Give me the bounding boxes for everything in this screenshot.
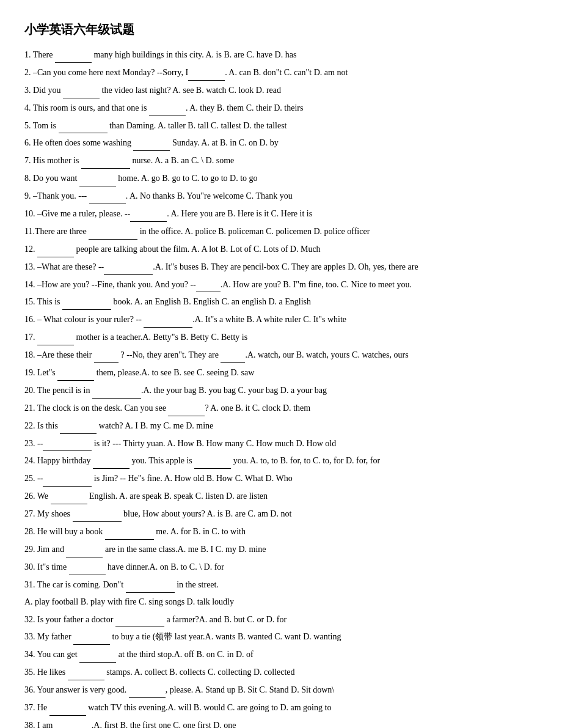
question-item: 16. – What colour is your ruler? -- .A. … bbox=[24, 311, 538, 328]
question-item: 26. We English. A. are speak B. speak C.… bbox=[24, 488, 538, 504]
question-item: 11.There are three in the office. A. pol… bbox=[24, 223, 538, 240]
question-item: 2. –Can you come here next Monday? --Sor… bbox=[24, 64, 538, 81]
answer-blank[interactable] bbox=[168, 400, 205, 416]
question-item: 36. Your answer is very good. , please. … bbox=[24, 682, 538, 698]
question-item: 12. people are talking about the film. A… bbox=[24, 241, 538, 257]
question-item: 17. mother is a teacher.A. Betty"s B. Be… bbox=[24, 329, 538, 345]
answer-blank[interactable] bbox=[149, 100, 186, 116]
answer-blank[interactable] bbox=[43, 470, 92, 487]
answer-blank[interactable] bbox=[92, 382, 141, 399]
answer-blank[interactable] bbox=[196, 276, 221, 293]
question-item: 29. Jim and are in the same class.A. me … bbox=[24, 541, 538, 557]
answer-blank[interactable] bbox=[37, 329, 74, 345]
question-item: 31. The car is coming. Don"t in the stre… bbox=[24, 576, 538, 593]
question-item: A. play football B. play with fire C. si… bbox=[24, 594, 538, 610]
answer-blank[interactable] bbox=[93, 452, 130, 469]
question-item: 10. –Give me a ruler, please. -- . A. He… bbox=[24, 205, 538, 222]
answer-blank[interactable] bbox=[73, 628, 110, 645]
question-item: 13. –What are these? -- .A. It"s buses B… bbox=[24, 259, 538, 275]
answer-blank[interactable] bbox=[55, 717, 92, 728]
answer-blank[interactable] bbox=[105, 523, 154, 540]
answer-blank[interactable] bbox=[194, 452, 231, 469]
question-item: 27. My shoes blue, How about yours? A. i… bbox=[24, 506, 538, 522]
answer-blank[interactable] bbox=[115, 611, 164, 628]
question-item: 25. -- is Jim? -- He"s fine. A. How old … bbox=[24, 470, 538, 487]
answer-blank[interactable] bbox=[43, 435, 92, 452]
question-item: 18. –Are these their ? --No, they aren"t… bbox=[24, 347, 538, 363]
question-item: 28. He will buy a book me. A. for B. in … bbox=[24, 523, 538, 540]
question-item: 30. It"s time have dinner.A. on B. to C.… bbox=[24, 559, 538, 575]
answer-blank[interactable] bbox=[66, 541, 103, 557]
question-item: 3. Did you the video last night? A. see … bbox=[24, 82, 538, 98]
answer-blank[interactable] bbox=[79, 170, 116, 186]
answer-blank[interactable] bbox=[133, 134, 170, 151]
answer-blank[interactable] bbox=[51, 488, 87, 504]
answer-blank[interactable] bbox=[188, 64, 225, 81]
answer-blank[interactable] bbox=[126, 576, 175, 593]
answer-blank[interactable] bbox=[60, 417, 97, 434]
question-item: 4. This room is ours, and that one is . … bbox=[24, 100, 538, 116]
question-item: 21. The clock is on the desk. Can you se… bbox=[24, 400, 538, 416]
answer-blank[interactable] bbox=[49, 699, 86, 716]
answer-blank[interactable] bbox=[68, 664, 104, 680]
answer-blank[interactable] bbox=[89, 188, 126, 204]
question-item: 33. My father to buy a tie (领带 last year… bbox=[24, 628, 538, 645]
question-item: 19. Let"s them, please.A. to see B. see … bbox=[24, 364, 538, 381]
question-item: 38. I am .A. first B. the first one C. o… bbox=[24, 717, 538, 728]
answer-blank[interactable] bbox=[55, 46, 92, 63]
question-item: 8. Do you want home. A. go B. go to C. t… bbox=[24, 170, 538, 186]
answer-blank[interactable] bbox=[104, 259, 153, 275]
question-item: 35. He likes stamps. A. collect B. colle… bbox=[24, 664, 538, 680]
questions-list: 1. There many high buildings in this cit… bbox=[24, 46, 538, 728]
answer-blank[interactable] bbox=[94, 347, 119, 363]
answer-blank[interactable] bbox=[63, 82, 100, 98]
question-item: 9. –Thank you. --- . A. No thanks B. You… bbox=[24, 188, 538, 204]
question-item: 37. He watch TV this evening.A. will B. … bbox=[24, 699, 538, 716]
question-item: 7. His mother is nurse. A. a B. an C. \ … bbox=[24, 152, 538, 169]
answer-blank[interactable] bbox=[57, 364, 94, 381]
question-item: 32. Is your father a doctor a farmer?A. … bbox=[24, 611, 538, 628]
question-item: 20. The pencil is in .A. the your bag B.… bbox=[24, 382, 538, 399]
answer-blank[interactable] bbox=[130, 205, 167, 222]
answer-blank[interactable] bbox=[59, 117, 108, 134]
answer-blank[interactable] bbox=[37, 241, 74, 257]
answer-blank[interactable] bbox=[79, 646, 116, 663]
answer-blank[interactable] bbox=[62, 293, 111, 310]
page-title: 小学英语六年级试题 bbox=[24, 18, 538, 40]
answer-blank[interactable] bbox=[89, 223, 137, 240]
question-item: 34. You can get at the third stop.A. off… bbox=[24, 646, 538, 663]
question-item: 14. –How are you? --Fine, thank you. And… bbox=[24, 276, 538, 293]
answer-blank[interactable] bbox=[69, 559, 106, 575]
question-item: 1. There many high buildings in this cit… bbox=[24, 46, 538, 63]
answer-blank[interactable] bbox=[81, 152, 130, 169]
question-item: 24. Happy birthday you. This apple is yo… bbox=[24, 452, 538, 469]
question-item: 6. He often does some washing Sunday. A.… bbox=[24, 134, 538, 151]
answer-blank[interactable] bbox=[129, 682, 166, 698]
answer-blank[interactable] bbox=[221, 347, 245, 363]
question-item: 5. Tom is than Daming. A. taller B. tall… bbox=[24, 117, 538, 134]
question-item: 22. Is this watch? A. I B. my C. me D. m… bbox=[24, 417, 538, 434]
answer-blank[interactable] bbox=[144, 311, 192, 328]
question-item: 15. This is book. A. an English B. Engli… bbox=[24, 293, 538, 310]
answer-blank[interactable] bbox=[73, 506, 122, 522]
question-item: 23. -- is it? --- Thirty yuan. A. How B.… bbox=[24, 435, 538, 452]
